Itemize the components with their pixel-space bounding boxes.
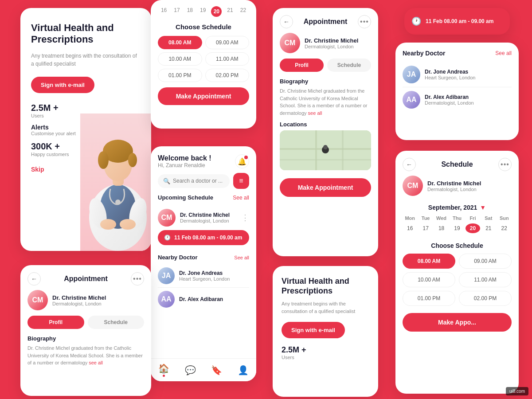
date-22[interactable]: 22	[239, 6, 248, 17]
time-slot-0100[interactable]: 01.00 PM	[158, 69, 202, 82]
tab-schedule-center[interactable]: Schedule	[327, 59, 371, 72]
time-slot-0200[interactable]: 02.00 PM	[205, 69, 250, 82]
month-text-br: September, 2021	[428, 204, 477, 211]
time-badge-label: 11 Feb 08.00 am - 09.00 am	[174, 235, 242, 241]
back-button-bl[interactable]: ←	[27, 272, 41, 286]
search-icon: 🔍	[163, 178, 170, 184]
appointment-header: ← Appointment •••	[273, 8, 378, 33]
cal-day-row-br: 16 17 18 19 20 21 22	[403, 223, 512, 233]
cal-day-20-active[interactable]: 20	[466, 223, 480, 233]
search-input[interactable]	[173, 178, 224, 184]
make-appointment-button-br[interactable]: Make Appo...	[403, 313, 512, 332]
nearby-doc2-2[interactable]: AA Dr. Alex Adibaran	[151, 288, 256, 311]
virtual-health-title: Virtual Health and Prescriptions	[31, 22, 141, 46]
svg-point-18	[323, 145, 328, 149]
nav-profile[interactable]: 👤	[238, 365, 249, 376]
cal-day-17[interactable]: 17	[418, 223, 433, 233]
sign-email-button[interactable]: Sign with e-mail	[31, 77, 94, 93]
bio-section-bl: Biography Dr. Christine Michel graduated…	[20, 335, 151, 371]
date-17[interactable]: 17	[172, 6, 181, 17]
see-all-bio-bl[interactable]: see all	[89, 360, 103, 365]
tab-row-center: Profil Schedule	[273, 59, 378, 78]
svg-rect-16	[280, 159, 371, 160]
time-slot-br-0100[interactable]: 01.00 PM	[403, 291, 455, 306]
svg-rect-15	[342, 130, 344, 170]
date-18[interactable]: 18	[185, 6, 195, 17]
nearby-header: Nearby Doctor See all	[395, 43, 519, 62]
time-slot-br-0800[interactable]: 08.00 AM	[403, 254, 455, 269]
card-appointment-center: ← Appointment ••• CM Dr. Christine Miche…	[273, 8, 378, 256]
tab-profil-bl[interactable]: Profil	[27, 316, 84, 329]
date-21[interactable]: 21	[225, 6, 235, 17]
nearby-doc-1[interactable]: JA Dr. Jone Andreas Heart Surgeon, Londo…	[395, 62, 519, 87]
bio-section-center: Biography Dr. Christine Michel graduated…	[273, 78, 378, 121]
more-button-center[interactable]: •••	[358, 15, 371, 28]
month-arrow-br[interactable]: ▼	[480, 204, 486, 211]
date-20-active[interactable]: 20	[211, 6, 222, 17]
svg-point-6	[128, 153, 137, 167]
nearby-title2: Nearby Doctor	[158, 254, 198, 261]
more-button-br[interactable]: •••	[498, 158, 512, 171]
make-appointment-button-top[interactable]: Make Appointment	[158, 87, 249, 105]
loc-section-center: Locations	[273, 121, 378, 175]
nearby-doc2-1[interactable]: JA Dr. Jone Andreas Heart Surgeon, Londo…	[151, 264, 256, 287]
nearby-doc2-1-avatar: JA	[158, 267, 175, 284]
time-slot-br-1100[interactable]: 11.00 AM	[459, 272, 512, 287]
sched-doc-name: Dr. Christine Michel	[180, 212, 230, 218]
nav-home[interactable]: 🏠	[158, 363, 169, 377]
doctor-spec-br: Dermatologist, London	[427, 187, 481, 192]
loc-title-center: Locations	[280, 121, 371, 128]
filter-button[interactable]: ≡	[233, 173, 249, 189]
see-all-upcoming[interactable]: See all	[233, 195, 249, 201]
time-slot-br-1000[interactable]: 10.00 AM	[403, 272, 455, 287]
sched-more-button[interactable]: ⋮	[241, 213, 249, 223]
schedule-doc-row: CM Dr. Christine Michel Dermatologist, L…	[151, 205, 256, 230]
see-all-nearby[interactable]: See all	[495, 50, 512, 56]
time-slot-br-0900[interactable]: 09.00 AM	[459, 254, 512, 269]
nearby-doc-2-spec: Dermatologist, London	[425, 100, 474, 106]
appt-header-bl: ← Appointment •••	[20, 265, 151, 290]
nearby-doc-1-name: Dr. Jone Andreas	[425, 69, 475, 75]
cal-day-19[interactable]: 19	[450, 223, 464, 233]
time-slot-0800[interactable]: 08.00 AM	[158, 36, 202, 49]
cal-day-18[interactable]: 18	[434, 223, 449, 233]
tab-profil-center[interactable]: Profil	[280, 59, 324, 72]
nearby-doc-2[interactable]: AA Dr. Alex Adibaran Dermatologist, Lond…	[395, 87, 519, 112]
date-16[interactable]: 16	[159, 6, 168, 17]
card-appointment-bl: ← Appointment ••• CM Dr. Christine Miche…	[20, 265, 151, 396]
time-slot-1000[interactable]: 10.00 AM	[158, 52, 202, 66]
nav-bookmark[interactable]: 🔖	[211, 365, 222, 376]
cal-day-22[interactable]: 22	[497, 223, 512, 233]
time-slot-0900[interactable]: 09.00 AM	[205, 36, 250, 49]
sched-doc-spec: Dermatologist, London	[180, 218, 230, 223]
cal-day-16[interactable]: 16	[403, 223, 417, 233]
card-virtual-bc: Virtual Health and Prescriptions Any tre…	[273, 266, 378, 397]
time-grid: 08.00 AM 09.00 AM 10.00 AM 11.00 AM 01.0…	[158, 36, 249, 82]
time-slot-1100[interactable]: 11.00 AM	[205, 52, 250, 66]
cal-day-21[interactable]: 21	[481, 223, 496, 233]
card-nearby-top: Nearby Doctor See all JA Dr. Jone Andrea…	[395, 43, 519, 140]
stat-users-number: 2.5M +	[31, 103, 141, 113]
nav-chat[interactable]: 💬	[185, 365, 196, 376]
doctor-avatar-center: CM	[280, 33, 300, 53]
notification-icon[interactable]: 🔔	[235, 154, 249, 168]
cal-hdr-tue: Tue	[418, 215, 433, 221]
doctor-silhouette	[84, 120, 152, 251]
choose-schedule-title-br: Choose Schedule	[395, 239, 519, 254]
bio-title-center: Biography	[280, 78, 371, 85]
card-schedule-br: ← Schedule ••• CM Dr. Christine Michel D…	[395, 151, 519, 394]
make-appointment-button-center[interactable]: Make Appointment	[280, 178, 371, 197]
see-all-nearby2[interactable]: See all	[234, 255, 249, 260]
sign-email-button-bc[interactable]: Sign with e-mail	[282, 322, 345, 338]
schedule-title-br: Schedule	[441, 160, 473, 168]
back-button-br[interactable]: ←	[403, 158, 416, 171]
skip-link[interactable]: Skip	[31, 166, 44, 173]
more-button-bl[interactable]: •••	[131, 272, 144, 286]
back-button-center[interactable]: ←	[280, 15, 293, 28]
tab-schedule-bl[interactable]: Schedule	[88, 316, 145, 329]
time-slot-br-0200[interactable]: 02.00 PM	[459, 291, 512, 306]
date-19[interactable]: 19	[198, 6, 207, 17]
see-all-bio-center[interactable]: see all	[308, 110, 322, 116]
doctor-avatar-br: CM	[403, 176, 423, 196]
cal-hdr-thu: Thu	[450, 215, 464, 221]
